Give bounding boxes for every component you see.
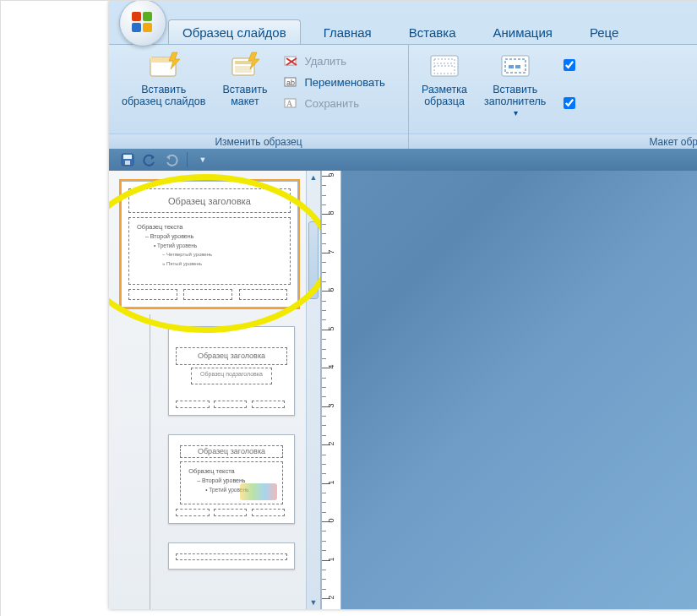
preserve-label: Сохранить: [304, 97, 359, 110]
scroll-down-icon[interactable]: ▼: [307, 596, 320, 609]
insert-slide-master-label: Вставить образец слайдов: [122, 84, 205, 107]
content-icon-strip: [240, 483, 277, 500]
master-body-placeholder: Образец текста – Второй уровень • Третий…: [128, 217, 291, 284]
thumbnail-scroll-area[interactable]: Образец заголовка Образец текста – Второ…: [109, 171, 307, 609]
master-footer-1: [128, 289, 177, 300]
insert-placeholder-button[interactable]: Вставить заполнитель: [478, 48, 552, 120]
tab-review[interactable]: Реце: [575, 19, 633, 45]
svg-rect-4: [235, 61, 252, 64]
workspace: Образец заголовка Образец текста – Второ…: [109, 171, 697, 609]
body-level4: – Четвертый уровень: [162, 250, 282, 259]
redo-icon: [165, 153, 178, 166]
ruler-tick-label: 9: [327, 169, 335, 181]
layout-thumbnail-content[interactable]: Образец заголовка Образец текста – Второ…: [168, 434, 295, 524]
master-title-text: Образец заголовка: [168, 196, 251, 206]
group-master-layout-label: Макет обр: [409, 134, 697, 150]
ruler-tick-label: 7: [327, 246, 335, 258]
layout-checkboxes: [557, 48, 581, 113]
layout3-title-text: Образец заголовка: [198, 447, 265, 455]
rename-label: Переименовать: [304, 76, 384, 89]
qat-undo-button[interactable]: [141, 151, 158, 168]
layout3-footer-2: [214, 509, 248, 516]
master-footer-2: [183, 289, 232, 300]
delete-slide-icon: [284, 54, 299, 68]
insert-layout-label: Вставить макет: [222, 84, 267, 107]
layout-thumbnail-partial[interactable]: [168, 542, 295, 570]
slide-editor-area[interactable]: [341, 171, 697, 609]
svg-rect-22: [123, 155, 132, 159]
master-layout-button[interactable]: Разметка образца: [416, 48, 473, 108]
layout2-title-placeholder: Образец заголовка: [176, 347, 287, 365]
checkbox-2[interactable]: [557, 93, 581, 113]
ruler-tick-label: 8: [327, 207, 335, 219]
ruler-tick-label: 2: [327, 438, 335, 450]
master-slide-thumbnail[interactable]: Образец заголовка Образец текста – Второ…: [121, 181, 298, 308]
qat-redo-button[interactable]: [163, 151, 180, 168]
scrollbar-thumb[interactable]: [308, 221, 319, 299]
svg-rect-23: [125, 161, 130, 165]
layout3-title-placeholder: Образец заголовка: [180, 445, 282, 459]
page-layout-icon: [427, 51, 461, 81]
body-level3: • Третий уровень: [154, 241, 282, 250]
layout3-body-placeholder: Образец текста – Второй уровень • Третий…: [180, 461, 282, 504]
delete-label: Удалить: [304, 55, 346, 68]
ruler-tick-label: 6: [327, 284, 335, 296]
layout3-l1: Образец текста: [188, 466, 274, 476]
layout-tree-line: [150, 314, 150, 609]
tab-home[interactable]: Главная: [309, 19, 386, 45]
ribbon-tabs: Образец слайдов Главная Вставка Анимация…: [168, 19, 633, 45]
layout2-footer-2: [214, 401, 248, 408]
undo-icon: [143, 153, 156, 166]
svg-rect-20: [515, 65, 520, 68]
scroll-up-icon[interactable]: ▲: [307, 171, 320, 184]
ribbon: Вставить образец слайдов Вставить макет: [109, 44, 697, 150]
master-title-placeholder: Образец заголовка: [128, 188, 291, 213]
insert-placeholder-label: Вставить заполнитель: [484, 84, 546, 107]
master-layout-label: Разметка образца: [422, 84, 467, 107]
qat-customize-button[interactable]: ▼: [194, 151, 211, 168]
tab-insert[interactable]: Вставка: [395, 19, 471, 45]
layout2-footer-3: [252, 401, 286, 408]
rename-icon: ab: [284, 75, 299, 89]
svg-rect-19: [509, 65, 514, 68]
insert-layout-button[interactable]: Вставить макет: [216, 48, 273, 108]
rename-button[interactable]: ab Переименовать: [278, 73, 390, 91]
powerpoint-window: Образец слайдов Главная Вставка Анимация…: [109, 1, 697, 609]
preserve-button[interactable]: A Сохранить: [278, 94, 390, 112]
layout2-footer-1: [176, 401, 210, 408]
save-master-icon: A: [284, 96, 299, 110]
layout-thumbnail-title[interactable]: Образец заголовка Образец подзаголовка: [168, 326, 295, 416]
qat-save-button[interactable]: [119, 151, 136, 168]
tab-slide-master[interactable]: Образец слайдов: [168, 19, 301, 45]
slide-thumbnail-pane: Образец заголовка Образец текста – Второ…: [109, 171, 321, 609]
layout2-title-text: Образец заголовка: [198, 352, 265, 360]
ruler-tick-label: 4: [327, 361, 335, 373]
layout3-footer-3: [252, 509, 286, 516]
insert-slide-master-button[interactable]: Вставить образец слайдов: [116, 48, 211, 108]
thumbnail-scrollbar[interactable]: ▲ ▼: [306, 171, 320, 609]
layout3-footer-1: [176, 509, 210, 516]
layout2-subtitle-text: Образец подзаголовка: [200, 371, 263, 377]
placeholder-icon: [498, 51, 532, 81]
body-level1: Образец текста: [137, 222, 282, 232]
tab-animation[interactable]: Анимация: [478, 19, 566, 45]
save-icon: [121, 153, 134, 166]
body-level2: – Второй уровень: [145, 232, 282, 241]
ruler-tick-label: 2: [327, 591, 335, 603]
ribbon-group-master-layout: Разметка образца Вставить заполнитель: [409, 45, 697, 150]
svg-text:A: A: [286, 99, 293, 108]
group-edit-master-label: Изменить образец: [109, 134, 408, 150]
office-logo-icon: [132, 12, 154, 34]
office-button[interactable]: [119, 0, 166, 46]
checkbox-1[interactable]: [557, 55, 581, 75]
layout4-title-placeholder: [176, 553, 287, 560]
ruler-tick-label: 0: [327, 515, 335, 526]
svg-rect-5: [235, 66, 252, 73]
delete-button[interactable]: Удалить: [278, 52, 390, 70]
checkbox-2-input[interactable]: [564, 97, 575, 109]
vertical-ruler: 987654321012: [321, 171, 341, 609]
master-footer-3: [239, 289, 288, 300]
screenshot-stage: Образец слайдов Главная Вставка Анимация…: [0, 0, 697, 616]
checkbox-1-input[interactable]: [564, 59, 575, 71]
quick-access-toolbar: ▼: [109, 149, 697, 171]
